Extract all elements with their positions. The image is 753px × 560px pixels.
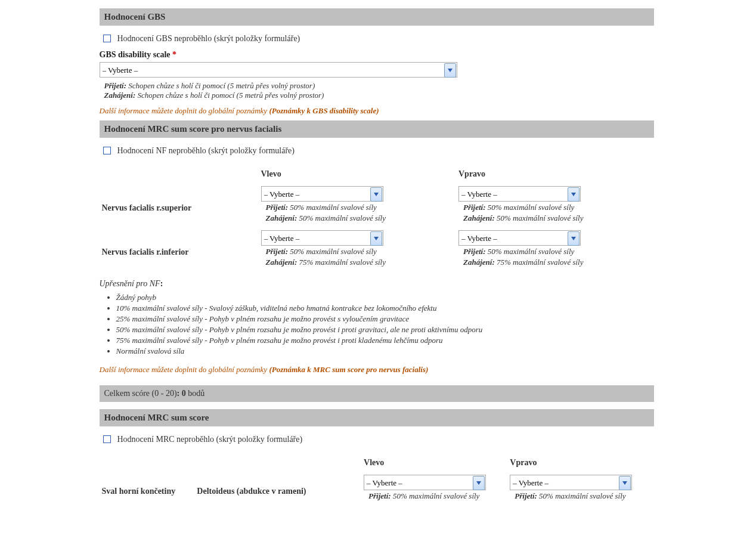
nf-scale-5: Normální svalová síla	[116, 346, 654, 357]
nf-row0-right-prijeti: Přijetí: 50% maximální svalové síly	[458, 203, 652, 212]
gbs-global-note: Další informace můžete doplnit do globál…	[100, 100, 654, 120]
section-header-gbs: Hodnocení GBS	[100, 8, 654, 26]
nf-scale-3: 50% maximální svalové síly - Pohyb v pln…	[116, 324, 654, 335]
nf-col-left-header: Vlevo	[259, 166, 456, 182]
nf-row1-left-prijeti: Přijetí: 50% maximální svalové síly	[261, 247, 454, 256]
nf-score-bar: Celkem scóre (0 - 20): 0 bodů	[100, 385, 654, 402]
nf-row1-right-prijeti: Přijetí: 50% maximální svalové síly	[458, 247, 652, 256]
nf-row0-label: Nervus facialis r.superior	[100, 182, 259, 227]
mrc-row1-left-prijeti: Přijetí: 50% maximální svalové síly	[364, 491, 505, 501]
nf-scale-0: Žádný pohyb	[116, 292, 654, 303]
nf-row0-right-select[interactable]: – Vyberte –	[458, 186, 581, 202]
gbs-disability-label: GBS disability scale *	[100, 49, 654, 62]
nf-row1-label: Nervus facialis r.inferior	[100, 227, 259, 271]
mrc-row1-label: Deltoideus (abdukce v rameni)	[194, 471, 361, 505]
gbs-skip-label: Hodnocení GBS neproběhlo (skrýt položky …	[117, 34, 300, 44]
nf-scale-2: 25% maximální svalové síly - Pohyb v pln…	[116, 314, 654, 324]
nf-row1-left-select[interactable]: – Vyberte –	[261, 230, 383, 246]
mrc-skip-label: Hodnocení MRC neproběhlo (skrýt položky …	[117, 435, 303, 444]
nf-row1-right-zahajeni: Zahájení: 75% maximální svalové síly	[458, 258, 652, 267]
section-header-mrc: Hodnocení MRC sum score	[100, 409, 654, 426]
nf-global-note: Další informace můžete doplnit do globál…	[100, 359, 654, 379]
nf-row1-right-select[interactable]: – Vyberte –	[458, 230, 581, 246]
mrc-row1-right-select[interactable]: – Vyberte –	[510, 475, 632, 490]
gbs-zahajeni-hint: Zahájení: Schopen chůze s holí či pomocí…	[100, 91, 654, 100]
nf-skip-checkbox[interactable]	[103, 147, 111, 154]
nf-row0-left-zahajeni: Zahájení: 50% maximální svalové síly	[261, 214, 454, 223]
gbs-prijeti-hint: Přijetí: Schopen chůze s holí či pomocí …	[100, 81, 654, 91]
mrc-col-right-header: Vpravo	[507, 454, 653, 471]
gbs-skip-checkbox[interactable]	[103, 35, 111, 42]
nf-scale-1: 10% maximální svalové síly - Svalový záš…	[116, 303, 654, 314]
nf-col-right-header: Vpravo	[456, 166, 654, 182]
mrc-col-left-header: Vlevo	[361, 454, 507, 471]
mrc-row1-right-prijeti: Přijetí: 50% maximální svalové síly	[510, 491, 651, 501]
nf-row1-left-zahajeni: Zahájení: 75% maximální svalové síly	[261, 258, 454, 267]
section-header-nf: Hodnocení MRC sum score pro nervus facia…	[100, 120, 654, 138]
nf-scale-list: Žádný pohyb 10% maximální svalové síly -…	[116, 292, 654, 357]
nf-row0-left-select[interactable]: – Vyberte –	[261, 186, 383, 202]
nf-skip-label: Hodnocení NF neproběhlo (skrýt položky f…	[117, 146, 295, 156]
nf-row0-left-prijeti: Přijetí: 50% maximální svalové síly	[261, 203, 454, 212]
nf-scale-4: 75% maximální svalové síly - Pohyb v pln…	[116, 335, 654, 346]
gbs-disability-select[interactable]: – Vyberte –	[100, 62, 457, 78]
mrc-skip-checkbox[interactable]	[103, 435, 111, 443]
nf-uprest-label: Upřesnění pro NF:	[100, 271, 654, 289]
mrc-row1-left-select[interactable]: – Vyberte –	[364, 475, 486, 490]
nf-row0-right-zahajeni: Zahájení: 50% maximální svalové síly	[458, 214, 652, 223]
mrc-group-label: Sval horní končetiny	[100, 471, 195, 505]
